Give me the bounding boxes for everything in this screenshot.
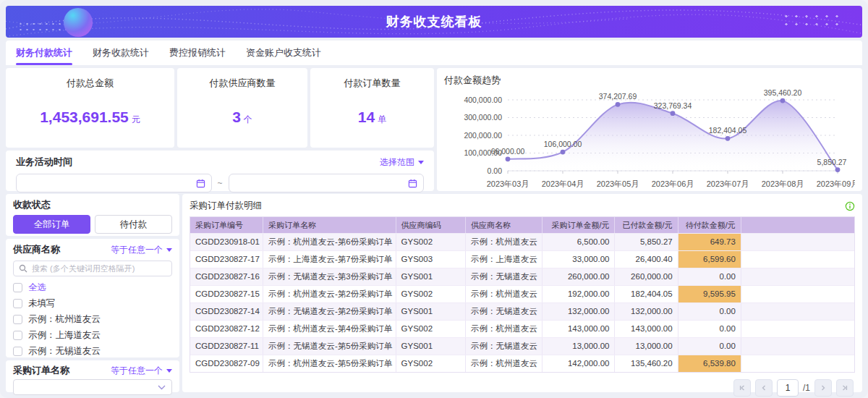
x-tick-label: 2023年04月 <box>542 179 584 188</box>
table-cell: GYS002 <box>396 234 466 250</box>
date-range-separator: ~ <box>218 178 223 188</box>
table-cell: 132,000.00 <box>542 303 616 320</box>
data-point-label: 182,404.05 <box>709 126 747 135</box>
table-row: CGDD230827-17示例：上海道友云-第7份采购订单GYS003示例：上海… <box>190 250 854 268</box>
header-banner: 财务收支统看板 <box>6 6 862 38</box>
info-icon[interactable] <box>845 201 855 211</box>
x-tick-label: 2023年07月 <box>707 179 749 188</box>
order-filter-label: 采购订单名称 <box>13 364 69 377</box>
column-header: 已付款金额/元 <box>615 217 678 233</box>
table-cell <box>741 251 854 268</box>
chevron-down-icon <box>158 385 166 390</box>
table-cell: 0.00 <box>678 303 741 320</box>
status-button-1[interactable]: 全部订单 <box>13 215 90 234</box>
stat-card-order-count: 付款订单数量 14单 <box>310 68 434 148</box>
table-cell: 示例：杭州道友云-第4份采购订单 <box>263 321 396 337</box>
next-page-icon <box>819 384 827 392</box>
column-header: 供应商编码 <box>396 217 466 233</box>
x-tick-label: 2023年08月 <box>762 179 804 188</box>
supplier-option-4[interactable]: 示例：上海道友云 <box>13 327 172 343</box>
supplier-option-1[interactable]: 全选 <box>13 279 172 295</box>
table-cell: 6,500.00 <box>542 234 616 250</box>
y-tick-label: 200,000.00 <box>464 131 502 140</box>
table-cell: 13,000.00 <box>542 338 616 355</box>
chart-title: 付款金额趋势 <box>444 74 855 87</box>
table-cell: 260,000.00 <box>542 268 616 285</box>
table-cell: 649.73 <box>678 234 741 250</box>
data-point-label: 374,207.69 <box>599 92 637 101</box>
select-range-link[interactable]: 选择范围 <box>380 156 424 169</box>
table-cell: CGDD230827-12 <box>190 321 263 337</box>
table-cell <box>741 234 854 250</box>
calendar-icon <box>196 179 205 188</box>
column-header: 供应商名称 <box>466 217 542 233</box>
chevron-down-icon <box>166 248 172 252</box>
tab-2[interactable]: 财务收款统计 <box>93 41 149 65</box>
x-tick-label: 2023年09月 <box>817 179 855 188</box>
table-row: CGDD230827-15示例：杭州道友云-第2份采购订单GYS002示例：杭州… <box>190 285 854 302</box>
start-date-input[interactable] <box>16 174 212 192</box>
tab-bar: 财务付款统计财务收款统计费控报销统计资金账户收支统计 <box>6 41 862 65</box>
payment-status-buttons: 全部订单待付款 <box>13 215 172 234</box>
supplier-search-box <box>13 261 172 276</box>
supplier-option-2[interactable]: 未填写 <box>13 295 172 311</box>
tab-4[interactable]: 资金账户收支统计 <box>246 41 321 65</box>
x-tick-label: 2023年03月 <box>487 179 529 188</box>
table-cell: CGDD230827-14 <box>190 303 263 320</box>
next-page-button[interactable] <box>814 379 832 397</box>
checkbox-icon[interactable] <box>13 283 22 292</box>
stat-unit: 个 <box>244 114 252 124</box>
table-cell: 260,000.00 <box>615 268 678 285</box>
supplier-operator-link[interactable]: 等于任意一个 <box>111 244 172 256</box>
supplier-search-input[interactable] <box>32 264 166 273</box>
order-name-select[interactable] <box>13 379 172 395</box>
data-point-label: 395,460.20 <box>764 88 802 97</box>
order-operator-link[interactable]: 等于任意一个 <box>111 365 172 377</box>
checkbox-icon[interactable] <box>13 315 22 324</box>
prev-page-icon <box>760 384 768 392</box>
table-title: 采购订单付款明细 <box>190 200 262 212</box>
option-label: 全选 <box>28 281 46 294</box>
first-page-icon <box>738 384 746 392</box>
table-body: CGDD230918-01示例：杭州道友云-第6份采购订单GYS002示例：杭州… <box>190 233 854 372</box>
status-button-2[interactable]: 待付款 <box>95 215 172 234</box>
table-cell: CGDD230918-01 <box>190 234 263 250</box>
end-date-input[interactable] <box>229 174 425 192</box>
table-cell: CGDD230827-17 <box>190 251 263 268</box>
table-cell: 192,000.00 <box>542 286 616 302</box>
operator-text: 等于任意一个 <box>111 244 163 256</box>
table-cell: 示例：杭州道友云 <box>466 286 542 302</box>
table-cell: 26,400.40 <box>615 251 678 268</box>
table-cell <box>741 355 854 372</box>
table-cell: CGDD230827-15 <box>190 286 263 302</box>
table-cell: CGDD230827-09 <box>190 355 263 372</box>
table-cell: 143,000.00 <box>542 321 616 337</box>
order-table: 采购订单编号采购订单名称供应商编码供应商名称采购订单金额/元已付款金额/元待付款… <box>190 216 855 373</box>
checkbox-icon[interactable] <box>13 331 22 340</box>
pagination: /1 <box>190 379 855 397</box>
column-header: 采购订单编号 <box>190 217 263 233</box>
page-total-label: /1 <box>803 383 810 393</box>
first-page-button[interactable] <box>733 379 751 397</box>
table-cell: 6,539.80 <box>678 355 741 372</box>
stat-unit: 元 <box>132 114 140 124</box>
tab-3[interactable]: 费控报销统计 <box>169 41 226 65</box>
supplier-filter-label: 供应商名称 <box>13 243 60 256</box>
table-cell: 示例：杭州道友云 <box>466 234 542 250</box>
checkbox-icon[interactable] <box>13 347 22 356</box>
checkbox-icon[interactable] <box>13 299 22 308</box>
option-label: 示例：杭州道友云 <box>28 313 101 326</box>
supplier-option-3[interactable]: 示例：杭州道友云 <box>13 311 172 327</box>
prev-page-button[interactable] <box>755 379 773 397</box>
column-header: 待付款金额/元 <box>678 217 741 233</box>
page-number-input[interactable] <box>777 379 799 397</box>
last-page-button[interactable] <box>836 379 854 397</box>
table-cell: 示例：杭州道友云 <box>466 355 542 372</box>
supplier-option-list: 全选未填写示例：杭州道友云示例：上海道友云示例：无锡道友云 <box>13 279 172 359</box>
supplier-option-5[interactable]: 示例：无锡道友云 <box>13 343 172 359</box>
payment-status-label: 收款状态 <box>13 198 172 211</box>
table-cell: GYS001 <box>396 303 466 320</box>
y-tick-label: 400,000.00 <box>464 96 502 104</box>
tab-1[interactable]: 财务付款统计 <box>16 41 72 65</box>
table-cell: 142,000.00 <box>542 355 616 372</box>
